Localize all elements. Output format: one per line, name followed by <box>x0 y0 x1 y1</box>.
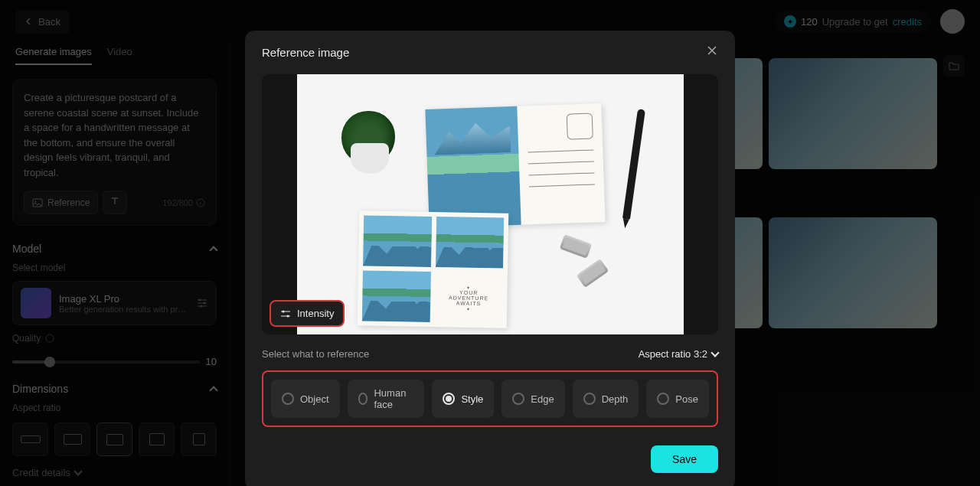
close-button[interactable] <box>706 44 718 60</box>
select-what-label: Select what to reference <box>262 348 369 360</box>
postcard-mockup-2: ✦ YOUR ADVENTURE AWAITS ✦ <box>357 210 508 328</box>
modal-title: Reference image <box>262 46 349 59</box>
reference-option-style[interactable]: Style <box>432 380 494 418</box>
reference-preview-image: ✦ YOUR ADVENTURE AWAITS ✦ <box>297 74 684 334</box>
pen-decoration <box>622 109 645 220</box>
aspect-ratio-selector[interactable]: Aspect ratio 3:2 <box>639 348 718 360</box>
postcard-mockup-1 <box>425 103 605 228</box>
plant-decoration <box>335 105 404 174</box>
clip-decoration <box>559 234 592 259</box>
preview-container: ✦ YOUR ADVENTURE AWAITS ✦ Intensity <box>262 74 718 334</box>
reference-option-depth[interactable]: Depth <box>573 380 639 418</box>
save-button[interactable]: Save <box>651 445 718 473</box>
reference-option-object[interactable]: Object <box>271 380 340 418</box>
radio-icon <box>512 393 524 405</box>
intensity-label: Intensity <box>297 308 334 319</box>
radio-icon <box>358 393 368 405</box>
chevron-down-icon <box>710 348 719 357</box>
svg-point-7 <box>283 310 285 312</box>
radio-icon <box>282 393 294 405</box>
radio-icon <box>583 393 596 405</box>
radio-icon <box>657 393 669 405</box>
sliders-icon <box>280 308 291 319</box>
svg-point-8 <box>287 315 289 317</box>
close-icon <box>706 44 718 57</box>
clip-decoration <box>576 259 609 288</box>
reference-image-modal: Reference image <box>245 31 735 486</box>
reference-type-options: Object Human face Style Edge Depth <box>262 370 718 427</box>
reference-option-human-face[interactable]: Human face <box>348 380 425 418</box>
radio-icon <box>443 393 455 405</box>
reference-option-pose[interactable]: Pose <box>646 380 709 418</box>
intensity-button[interactable]: Intensity <box>270 300 345 327</box>
reference-option-edge[interactable]: Edge <box>501 380 564 418</box>
